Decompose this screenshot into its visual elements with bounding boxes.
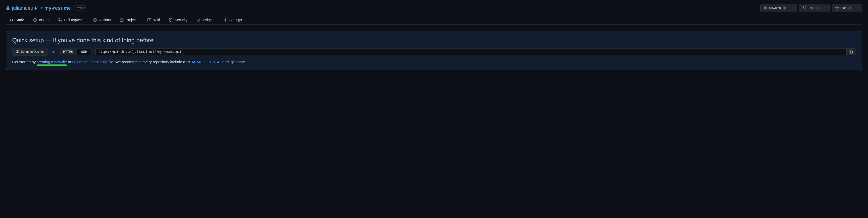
star-label: Star [840, 5, 846, 10]
tab-label: Security [175, 18, 187, 22]
fork-icon [802, 6, 806, 10]
star-dropdown[interactable] [855, 4, 862, 12]
text-fragment: or [67, 60, 72, 64]
tab-label: Projects [126, 18, 138, 22]
eye-icon [764, 6, 768, 10]
star-count: 0 [847, 6, 852, 10]
watch-count: 1 [782, 6, 787, 10]
clone-url-input[interactable] [95, 48, 846, 55]
or-text: or [52, 50, 55, 54]
text-fragment: . We recommend every repository include … [113, 60, 186, 64]
fork-button[interactable]: Fork 0 [799, 4, 823, 12]
upload-file-link[interactable]: uploading an existing file [72, 60, 113, 64]
text-fragment: , [203, 60, 204, 64]
create-file-link[interactable]: creating a new file [37, 60, 67, 64]
svg-rect-6 [120, 19, 123, 22]
ssh-button[interactable]: SSH [77, 48, 92, 55]
svg-rect-9 [850, 51, 852, 53]
tab-label: Settings [229, 18, 242, 22]
repo-title: juliamuiruri4 / my-resume Private [6, 5, 87, 11]
graph-icon [196, 18, 200, 22]
tab-insights[interactable]: Insights [193, 16, 218, 24]
unwatch-dropdown[interactable] [790, 4, 797, 12]
setup-desktop-button[interactable]: Set up in Desktop [12, 48, 48, 56]
repo-link[interactable]: my-resume [44, 5, 71, 11]
repo-tabs: Code Issues Pull requests Actions Projec… [6, 16, 862, 25]
play-icon [93, 18, 97, 22]
tab-wiki[interactable]: Wiki [144, 16, 163, 24]
quick-setup-box: Quick setup — if you've done this kind o… [6, 31, 862, 70]
license-link[interactable]: LICENSE [204, 60, 220, 64]
path-separator: / [41, 5, 42, 11]
text-fragment: . [245, 60, 246, 64]
fork-count: 0 [815, 6, 820, 10]
get-started-text: Get started by creating a new file or up… [12, 60, 856, 64]
fork-label: Fork [808, 5, 814, 10]
tab-security[interactable]: Security [165, 16, 191, 24]
gitignore-link[interactable]: .gitignore [230, 60, 245, 64]
svg-point-3 [59, 21, 60, 22]
tab-label: Wiki [153, 18, 160, 22]
tab-label: Insights [203, 18, 214, 22]
lock-icon [6, 6, 10, 10]
book-icon [147, 18, 151, 22]
tab-projects[interactable]: Projects [116, 16, 142, 24]
tab-label: Issues [39, 18, 49, 22]
chevron-down-icon [825, 7, 827, 9]
desktop-download-icon [16, 50, 20, 54]
svg-point-7 [171, 20, 171, 20]
svg-point-1 [35, 20, 36, 21]
svg-point-2 [59, 19, 60, 20]
text-fragment: , and [220, 60, 230, 64]
svg-point-4 [61, 21, 62, 22]
quick-setup-heading: Quick setup — if you've done this kind o… [12, 37, 856, 44]
pull-request-icon [58, 18, 62, 22]
chevron-down-icon [792, 7, 795, 9]
tab-issues[interactable]: Issues [30, 16, 53, 24]
unwatch-label: Unwatch [769, 5, 781, 10]
projects-icon [120, 18, 124, 22]
copy-icon [849, 50, 853, 54]
tab-settings[interactable]: Settings [220, 16, 245, 24]
svg-point-8 [225, 20, 226, 21]
fork-dropdown[interactable] [823, 4, 830, 12]
header-actions: Unwatch 1 Fork 0 [760, 4, 862, 12]
gear-icon [223, 18, 227, 22]
protocol-toggle: HTTPS SSH [59, 48, 91, 55]
unwatch-button[interactable]: Unwatch 1 [760, 4, 790, 12]
text-fragment: Get started by [12, 60, 37, 64]
owner-link[interactable]: juliamuiruri4 [12, 5, 39, 11]
tab-code[interactable]: Code [6, 16, 28, 24]
setup-desktop-label: Set up in Desktop [21, 49, 44, 54]
copy-url-button[interactable] [846, 48, 856, 55]
issues-icon [33, 18, 37, 22]
readme-link[interactable]: README [186, 60, 202, 64]
tab-label: Code [16, 18, 24, 22]
tab-pull-requests[interactable]: Pull requests [55, 16, 88, 24]
shield-icon [169, 18, 173, 22]
tab-label: Actions [99, 18, 111, 22]
chevron-down-icon [857, 7, 860, 9]
tab-label: Pull requests [64, 18, 84, 22]
https-button[interactable]: HTTPS [59, 48, 77, 55]
star-icon [835, 6, 839, 10]
star-button[interactable]: Star 0 [832, 4, 855, 12]
code-icon [9, 18, 13, 22]
visibility-badge: Private [74, 5, 87, 10]
tab-actions[interactable]: Actions [90, 16, 114, 24]
